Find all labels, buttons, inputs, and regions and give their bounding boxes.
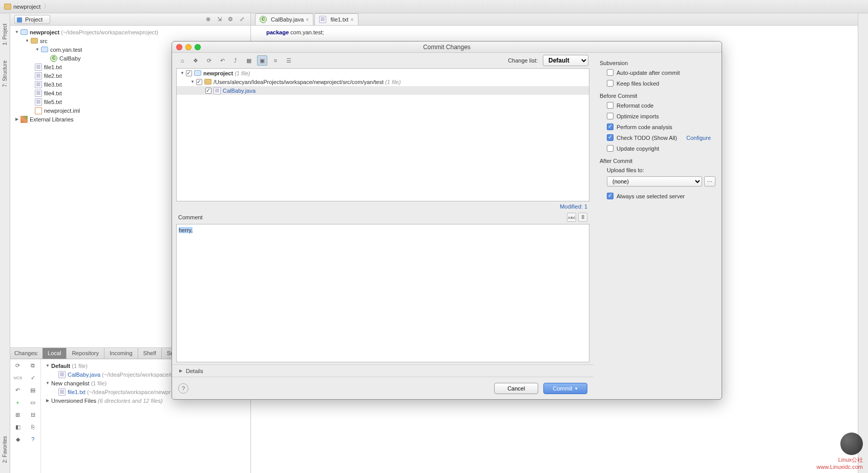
checkbox-analysis[interactable]: [607, 124, 613, 130]
configure-link[interactable]: Configure: [686, 135, 711, 141]
locate-icon[interactable]: ⊕: [203, 15, 213, 24]
changelist-select[interactable]: Default: [543, 55, 588, 66]
penguin-icon: [840, 433, 863, 455]
tree-root[interactable]: newproject (~/IdeaProjects/workspace/new…: [10, 28, 250, 36]
checkbox[interactable]: [196, 79, 202, 85]
breadcrumb-bar: newproject 〉: [0, 0, 868, 13]
iml-icon: [35, 107, 42, 114]
rollback-icon[interactable]: ↶: [217, 55, 227, 66]
rollback-icon[interactable]: ↶: [10, 384, 26, 396]
section-before-commit: Before Commit: [600, 93, 715, 99]
gear-icon[interactable]: ⚙: [226, 15, 235, 24]
library-icon: [20, 116, 28, 123]
vcs-label: VCS: [10, 372, 26, 384]
changes-tab-local[interactable]: Local: [43, 348, 67, 359]
dialog-right-pane: Subversion Auto-update after commit Keep…: [594, 53, 722, 399]
move-icon[interactable]: ❖: [190, 55, 201, 66]
txt-icon: [35, 64, 42, 71]
left-tool-strip: 1: Project 7: Structure 2: Favorites: [0, 13, 10, 473]
jump-icon[interactable]: ⤴: [230, 55, 241, 66]
changes-tab-incoming[interactable]: Incoming: [104, 348, 138, 359]
commit-button[interactable]: Commit: [543, 383, 587, 394]
diff-icon[interactable]: ⧉: [26, 359, 41, 372]
changelist-icon[interactable]: ▤: [26, 384, 41, 396]
module-icon: [20, 29, 28, 35]
remove-icon[interactable]: ▭: [26, 396, 41, 408]
details-toggle[interactable]: Details: [172, 364, 594, 377]
dialog-toolbar: ⌂ ❖ ⟳ ↶ ⤴ ▦ ▣ ≡ ☰ Change list: Default: [172, 53, 594, 68]
class-icon: [50, 55, 57, 62]
help-icon[interactable]: ?: [26, 433, 41, 445]
refresh-icon[interactable]: ⟳: [204, 55, 214, 66]
changes-label: Changes:: [10, 348, 43, 359]
show-diff-icon[interactable]: ⌂: [177, 55, 187, 66]
checkbox-copyright[interactable]: [607, 145, 613, 152]
dialog-titlebar[interactable]: Commit Changes: [172, 42, 722, 53]
side-tab-structure[interactable]: 7: Structure: [2, 60, 8, 87]
watermark: Linux公社 www.Linuxidc.com: [817, 433, 863, 470]
project-panel-header: Project ⊕ ⇲ ⚙ ⤢: [10, 13, 250, 26]
tree-row-selected[interactable]: CalBaby.java: [177, 86, 589, 95]
commit-icon[interactable]: ✓: [26, 372, 41, 384]
spellcheck-icon[interactable]: ᴀʙᴄ: [567, 213, 576, 222]
browse-button[interactable]: …: [704, 176, 715, 187]
txt-icon: [319, 16, 326, 23]
close-icon[interactable]: ×: [306, 16, 309, 23]
tree-row[interactable]: newproject (1 file): [177, 69, 589, 77]
dialog-footer: ? Cancel Commit: [172, 377, 594, 399]
collapse-icon[interactable]: ⇲: [215, 15, 224, 24]
side-tab-project[interactable]: 1: Project: [2, 24, 8, 45]
upload-select[interactable]: (none): [607, 176, 702, 187]
folder-icon: [31, 38, 38, 44]
collapse-all-icon[interactable]: ☰: [284, 55, 294, 66]
class-icon: [260, 16, 267, 23]
checkbox-reformat[interactable]: [607, 102, 613, 109]
expand-all-icon[interactable]: ≡: [270, 55, 281, 66]
changes-tab-shelf[interactable]: Shelf: [138, 348, 162, 359]
refresh-icon[interactable]: ⟳: [10, 359, 26, 372]
right-tool-strip: [858, 13, 868, 473]
add-icon[interactable]: ＋: [10, 396, 26, 408]
collapse-all-icon[interactable]: ⊟: [26, 408, 41, 421]
changes-tab-repository[interactable]: Repository: [67, 348, 104, 359]
project-view-combo[interactable]: Project: [14, 15, 50, 24]
package-icon: [41, 47, 48, 52]
tree-row[interactable]: /Users/alecyan/IdeaProjects/workspace/ne…: [177, 77, 589, 86]
checkbox[interactable]: [205, 88, 211, 94]
dialog-file-tree[interactable]: newproject (1 file) /Users/alecyan/IdeaP…: [176, 68, 589, 201]
editor-tabs: CalBaby.java × file1.txt ×: [251, 13, 858, 26]
comment-textarea[interactable]: herry,: [176, 224, 589, 362]
comment-label: Comment: [178, 214, 203, 220]
checkbox-auto-update[interactable]: [607, 69, 613, 76]
upload-label: Upload files to:: [607, 167, 644, 173]
checkbox-todo[interactable]: [607, 134, 613, 141]
changelist-label: Change list:: [508, 57, 538, 64]
checkbox[interactable]: [186, 70, 192, 76]
changes-toolbar: ⟳ ⧉ VCS ✓ ↶ ▤ ＋ ▭ ⊞ ⊟ ◧ ⎘ ◆ ?: [10, 359, 41, 473]
editor-tab[interactable]: CalBaby.java ×: [255, 13, 313, 25]
dialog-title: Commit Changes: [172, 44, 722, 51]
group-by-dir-icon[interactable]: ▣: [257, 55, 267, 66]
file-icon: [214, 87, 221, 94]
group-icon[interactable]: ◧: [10, 421, 26, 433]
cancel-button[interactable]: Cancel: [494, 383, 538, 394]
editor-tab[interactable]: file1.txt ×: [314, 13, 358, 25]
history-icon[interactable]: ≣: [578, 213, 587, 222]
close-icon[interactable]: ×: [350, 16, 353, 23]
new-changelist-icon[interactable]: ▦: [244, 55, 254, 66]
txt-icon: [35, 98, 42, 106]
checkbox-keep-locked[interactable]: [607, 80, 613, 87]
checkbox-always-server[interactable]: [607, 193, 613, 199]
patch-icon[interactable]: ◆: [10, 433, 26, 445]
txt-icon: [35, 90, 42, 97]
checkbox-optimize[interactable]: [607, 113, 613, 119]
help-button[interactable]: ?: [178, 383, 188, 394]
copy-icon[interactable]: ⎘: [26, 421, 41, 433]
hide-icon[interactable]: ⤢: [237, 15, 246, 24]
chevron-right-icon: 〉: [44, 3, 49, 10]
breadcrumb-project[interactable]: newproject: [13, 4, 40, 10]
module-icon: [194, 70, 201, 76]
section-subversion: Subversion: [600, 60, 715, 66]
expand-icon[interactable]: ⊞: [10, 408, 26, 421]
side-tab-favorites[interactable]: 2: Favorites: [2, 436, 8, 463]
